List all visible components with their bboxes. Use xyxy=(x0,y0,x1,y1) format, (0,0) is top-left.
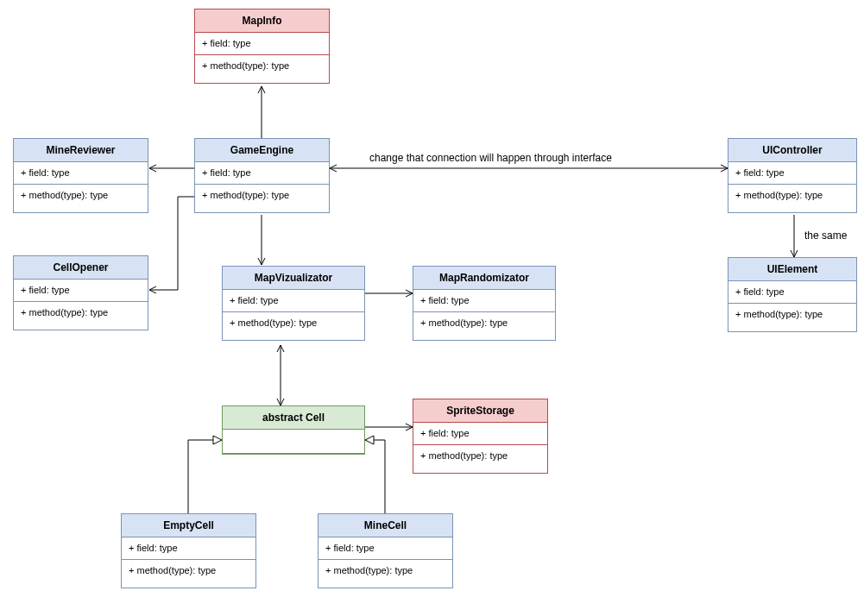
edge-emptycell-abstractcell xyxy=(188,440,222,513)
class-minecell[interactable]: MineCell + field: type + method(type): t… xyxy=(318,513,453,588)
class-methods: + method(type): type xyxy=(195,55,329,83)
class-methods: + method(type): type xyxy=(223,312,364,340)
class-uielement[interactable]: UIElement + field: type + method(type): … xyxy=(728,257,857,332)
class-methods: + method(type): type xyxy=(728,304,856,331)
edge-minecell-abstractcell xyxy=(365,440,385,513)
class-title: EmptyCell xyxy=(122,514,255,537)
class-fields: + field: type xyxy=(14,162,148,185)
class-title: MineReviewer xyxy=(14,139,148,162)
class-fields: + field: type xyxy=(413,423,547,445)
class-title: MineCell xyxy=(318,514,452,537)
class-methods: + method(type): type xyxy=(195,185,329,212)
class-maprandomizator[interactable]: MapRandomizator + field: type + method(t… xyxy=(413,266,556,341)
class-fields: + field: type xyxy=(728,281,856,304)
class-body xyxy=(223,430,364,454)
class-methods: + method(type): type xyxy=(728,185,856,212)
class-spritestorage[interactable]: SpriteStorage + field: type + method(typ… xyxy=(413,399,548,474)
class-methods: + method(type): type xyxy=(122,560,255,588)
class-uicontroller[interactable]: UIController + field: type + method(type… xyxy=(728,138,857,213)
class-methods: + method(type): type xyxy=(318,560,452,588)
class-fields: + field: type xyxy=(318,537,452,560)
class-methods: + method(type): type xyxy=(14,185,148,212)
edge-gameengine-cellopener xyxy=(149,197,194,290)
class-mapvizualizator[interactable]: MapVizualizator + field: type + method(t… xyxy=(222,266,365,341)
class-title: CellOpener xyxy=(14,256,148,280)
class-methods: + method(type): type xyxy=(413,312,555,340)
class-title: MapVizualizator xyxy=(223,267,364,290)
class-fields: + field: type xyxy=(728,162,856,185)
class-methods: + method(type): type xyxy=(14,302,148,330)
class-cellopener[interactable]: CellOpener + field: type + method(type):… xyxy=(13,255,148,330)
class-fields: + field: type xyxy=(14,280,148,302)
class-methods: + method(type): type xyxy=(413,445,547,473)
class-emptycell[interactable]: EmptyCell + field: type + method(type): … xyxy=(121,513,256,588)
class-title: UIElement xyxy=(728,258,856,281)
edge-label-the-same: the same xyxy=(804,229,847,242)
class-fields: + field: type xyxy=(122,537,255,560)
class-fields: + field: type xyxy=(413,290,555,312)
class-mapinfo[interactable]: MapInfo + field: type + method(type): ty… xyxy=(194,9,330,84)
class-title: GameEngine xyxy=(195,139,329,162)
class-title: abstract Cell xyxy=(223,406,364,430)
class-minereviewer[interactable]: MineReviewer + field: type + method(type… xyxy=(13,138,148,213)
class-title: MapRandomizator xyxy=(413,267,555,290)
class-fields: + field: type xyxy=(195,33,329,55)
class-fields: + field: type xyxy=(223,290,364,312)
class-abstract-cell[interactable]: abstract Cell xyxy=(222,405,365,455)
class-title: SpriteStorage xyxy=(413,399,547,423)
class-title: MapInfo xyxy=(195,9,329,33)
class-fields: + field: type xyxy=(195,162,329,185)
edge-label-through-interface: change that connection will happen throu… xyxy=(369,152,612,164)
class-gameengine[interactable]: GameEngine + field: type + method(type):… xyxy=(194,138,330,213)
class-title: UIController xyxy=(728,139,856,162)
